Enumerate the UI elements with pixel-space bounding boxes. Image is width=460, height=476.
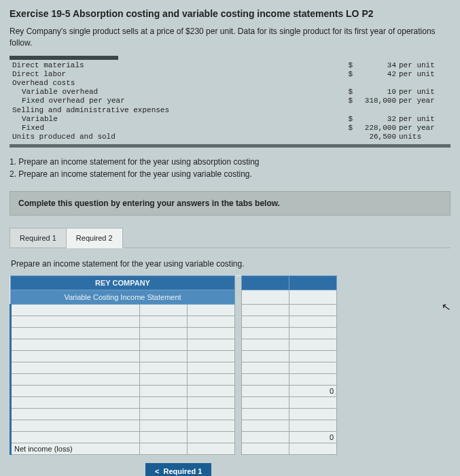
ws-cell[interactable] — [242, 374, 289, 386]
ws-cell[interactable] — [289, 443, 337, 455]
ws-cell[interactable] — [140, 328, 188, 339]
ws-subtotal-2: 0 — [289, 432, 337, 443]
ws-cell[interactable] — [242, 432, 289, 443]
ws-cell[interactable] — [11, 305, 140, 316]
requirement-2: 2. Prepare an income statement for the y… — [10, 168, 450, 180]
ws-cell[interactable] — [188, 362, 235, 374]
ws-cell[interactable] — [289, 290, 337, 305]
ws-cell[interactable] — [289, 374, 337, 386]
ws-cell[interactable] — [140, 443, 188, 455]
worksheet-table: REY COMPANY Variable Costing Income Stat… — [10, 275, 337, 455]
ws-cell[interactable] — [188, 328, 235, 339]
ws-cell[interactable] — [11, 432, 140, 443]
ws-cell[interactable] — [140, 386, 188, 397]
ws-cell[interactable] — [188, 397, 235, 409]
ws-cell[interactable] — [140, 432, 188, 443]
tab-bar: Required 1 Required 2 — [10, 228, 450, 248]
dm-amount: 34 — [355, 61, 396, 70]
ws-cell[interactable] — [140, 339, 188, 351]
ws-cell[interactable] — [140, 351, 188, 362]
ws-cell[interactable] — [140, 397, 188, 409]
requirements-list: 1. Prepare an income statement for the y… — [10, 156, 450, 180]
ws-header-blank-2 — [289, 276, 337, 290]
ws-cell[interactable] — [11, 420, 140, 432]
ws-cell[interactable] — [11, 386, 140, 397]
data-table-bottom-bar — [10, 144, 450, 148]
ws-cell[interactable] — [188, 305, 235, 316]
ws-cell[interactable] — [140, 409, 188, 420]
ws-cell[interactable] — [188, 409, 235, 420]
prev-tab-label: Required 1 — [163, 467, 202, 475]
ws-cell[interactable] — [242, 397, 289, 409]
ws-cell[interactable] — [140, 316, 188, 328]
dl-amount: 42 — [355, 70, 396, 79]
foh-amount: 318,000 — [355, 97, 396, 105]
dl-unit: per unit — [396, 70, 450, 79]
intro-text: Rey Company's single product sells at a … — [10, 26, 450, 49]
ws-net-income-label: Net income (loss) — [11, 443, 140, 455]
ws-cell[interactable] — [140, 374, 188, 386]
ws-header-blank-1 — [242, 276, 289, 290]
given-data-table: Direct materials $ 34 per unit Direct la… — [10, 61, 450, 142]
ws-cell[interactable] — [188, 351, 235, 362]
tab-required-1[interactable]: Required 1 — [10, 228, 67, 248]
ws-cell[interactable] — [11, 362, 140, 374]
ws-cell[interactable] — [289, 328, 337, 339]
dl-label: Direct labor — [10, 70, 342, 79]
ws-cell[interactable] — [188, 432, 235, 443]
ws-cell[interactable] — [242, 305, 289, 316]
prev-tab-button[interactable]: <Required 1 — [145, 463, 211, 476]
ws-cell[interactable] — [11, 339, 140, 351]
fsa-amount: 228,000 — [355, 124, 396, 133]
ws-cell[interactable] — [11, 397, 140, 409]
ws-cell[interactable] — [11, 316, 140, 328]
currency-symbol: $ — [342, 88, 355, 97]
ws-cell[interactable] — [188, 316, 235, 328]
page-title: Exercise 19-5 Absorption costing and var… — [10, 8, 450, 19]
voh-unit: per unit — [396, 88, 450, 97]
ws-cell[interactable] — [242, 362, 289, 374]
ws-cell[interactable] — [242, 290, 289, 305]
ws-cell[interactable] — [11, 328, 140, 339]
ws-cell[interactable] — [242, 409, 289, 420]
ws-cell[interactable] — [242, 328, 289, 339]
currency-symbol: $ — [342, 70, 355, 79]
ws-cell[interactable] — [11, 374, 140, 386]
ws-cell[interactable] — [188, 386, 235, 397]
ws-cell[interactable] — [242, 420, 289, 432]
ws-cell[interactable] — [11, 409, 140, 420]
ws-cell[interactable] — [289, 305, 337, 316]
chevron-left-icon: < — [155, 467, 159, 475]
ws-cell[interactable] — [289, 362, 337, 374]
ws-cell[interactable] — [289, 420, 337, 432]
units-amount: 26,500 — [355, 133, 396, 141]
ws-cell[interactable] — [188, 374, 235, 386]
ws-cell[interactable] — [242, 316, 289, 328]
ws-cell[interactable] — [242, 339, 289, 351]
ws-cell[interactable] — [188, 443, 235, 455]
ws-cell[interactable] — [242, 351, 289, 362]
sa-label: Selling and administrative expenses — [10, 106, 342, 115]
vsa-label: Variable — [10, 115, 342, 124]
ws-cell[interactable] — [140, 362, 188, 374]
vsa-amount: 32 — [355, 115, 396, 124]
tab-panel: Prepare an income statement for the year… — [10, 248, 450, 476]
ws-cell[interactable] — [140, 420, 188, 432]
ws-cell[interactable] — [188, 420, 235, 432]
currency-symbol: $ — [342, 124, 355, 133]
currency-symbol: $ — [342, 61, 355, 70]
ws-cell[interactable] — [242, 386, 289, 397]
ws-cell[interactable] — [242, 443, 289, 455]
ws-cell[interactable] — [289, 339, 337, 351]
ws-company-header: REY COMPANY — [11, 276, 235, 290]
ws-cell[interactable] — [289, 316, 337, 328]
ws-cell[interactable] — [140, 305, 188, 316]
ws-cell[interactable] — [289, 397, 337, 409]
ws-cell[interactable] — [11, 351, 140, 362]
ws-cell[interactable] — [188, 339, 235, 351]
units-unit: units — [396, 133, 450, 141]
tab-required-2[interactable]: Required 2 — [66, 228, 123, 248]
ws-cell[interactable] — [289, 409, 337, 420]
ws-subtotal-1: 0 — [289, 386, 337, 397]
ws-cell[interactable] — [289, 351, 337, 362]
